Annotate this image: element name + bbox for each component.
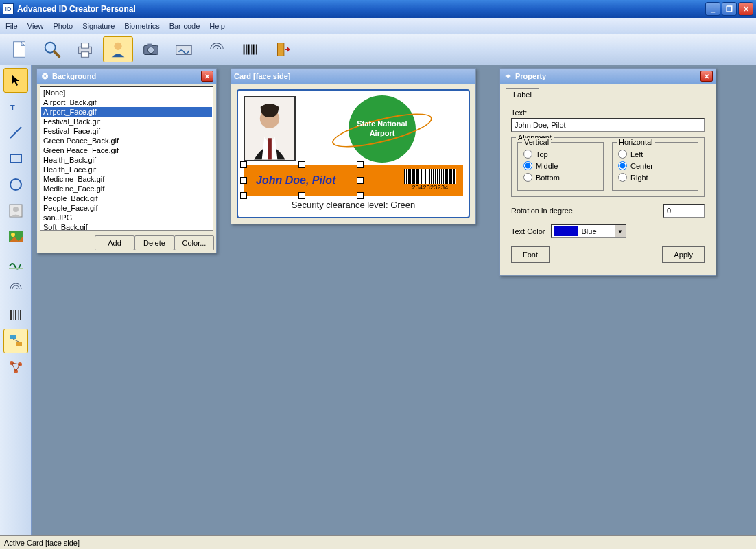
radio-left[interactable]: Left: [618, 150, 692, 159]
list-item[interactable]: Green Peace_Back.gif: [41, 136, 212, 145]
background-list[interactable]: [None]Airport_Back.gifAirport_Face.gifFe…: [40, 86, 213, 231]
svg-rect-43: [268, 138, 272, 159]
logo-text: State National Airport: [357, 119, 407, 137]
background-panel-header[interactable]: ❂ Background ✕: [37, 69, 216, 84]
barcode-icon[interactable]: [235, 36, 265, 62]
tab-label[interactable]: Label: [506, 88, 539, 101]
menu-bar: File View Photo Signature Biometrics Bar…: [0, 18, 756, 34]
selection-handle-icon[interactable]: [240, 192, 247, 199]
radio-right[interactable]: Right: [618, 173, 692, 182]
radio-top[interactable]: Top: [523, 150, 598, 159]
pointer-tool-icon[interactable]: [3, 68, 28, 93]
list-item[interactable]: Airport_Face.gif: [41, 107, 212, 117]
menu-help[interactable]: Help: [209, 22, 225, 30]
dropdown-arrow-icon[interactable]: ▼: [615, 225, 626, 237]
radio-bottom[interactable]: Bottom: [523, 173, 598, 182]
card-photo[interactable]: [244, 96, 296, 161]
card-logo[interactable]: State National Airport: [301, 96, 463, 161]
shapes-tool-icon[interactable]: [3, 329, 28, 353]
id-card[interactable]: State National Airport John Doe, Pilot: [237, 89, 470, 218]
background-panel-buttons: Add Delete Color...: [37, 233, 216, 253]
list-item[interactable]: Medicine_Back.gif: [41, 174, 212, 184]
camera-icon[interactable]: [136, 36, 166, 62]
list-item[interactable]: Festival_Back.gif: [41, 117, 212, 126]
list-item[interactable]: Green Peace_Face.gif: [41, 145, 212, 155]
selection-handle-icon[interactable]: [240, 161, 247, 168]
minimize-button[interactable]: _: [705, 2, 720, 16]
horizontal-group-label: Horizontal: [617, 138, 655, 146]
list-item[interactable]: Medicine_Face.gif: [41, 184, 212, 194]
scenery-tool-icon[interactable]: [3, 224, 28, 249]
list-item[interactable]: Soft_Back.gif: [41, 222, 212, 231]
svg-point-23: [13, 207, 19, 212]
rectangle-tool-icon[interactable]: [3, 146, 28, 171]
text-tool-icon[interactable]: T: [3, 94, 28, 119]
selection-handle-icon[interactable]: [298, 161, 305, 168]
list-item[interactable]: Health_Face.gif: [41, 165, 212, 174]
line-tool-icon[interactable]: [3, 120, 28, 145]
list-item[interactable]: [None]: [41, 88, 212, 97]
radio-center[interactable]: Center: [618, 161, 692, 170]
background-panel-close-icon[interactable]: ✕: [201, 71, 213, 82]
list-item[interactable]: Health_Back.gif: [41, 155, 212, 165]
property-panel-icon: ✦: [503, 71, 512, 81]
card-name-band[interactable]: John Doe, Pilot 2342323234: [244, 165, 463, 196]
text-field[interactable]: [511, 118, 705, 132]
barcode-tool-icon[interactable]: [3, 303, 28, 327]
molecule-tool-icon[interactable]: [3, 355, 28, 379]
list-item[interactable]: Festival_Face.gif: [41, 126, 212, 136]
textcolor-combo[interactable]: Blue ▼: [551, 224, 626, 238]
svg-rect-26: [9, 268, 23, 269]
fingerprint-icon[interactable]: [202, 36, 232, 62]
circle-tool-icon[interactable]: [3, 172, 28, 197]
new-doc-icon[interactable]: [4, 36, 34, 62]
main-toolbar: [0, 34, 756, 65]
security-line[interactable]: Security clearance level: Green: [244, 200, 463, 210]
window-title: Advanced ID Creator Personal: [17, 4, 705, 14]
card-barcode[interactable]: 2342323234: [404, 169, 456, 191]
selection-handle-icon[interactable]: [298, 192, 305, 199]
selection-handle-icon[interactable]: [357, 161, 364, 168]
radio-middle[interactable]: Middle: [523, 161, 598, 170]
property-panel-body: Label Text: Alignment Vertical Top Middl…: [500, 84, 716, 275]
magnifier-icon[interactable]: [37, 36, 67, 62]
list-item[interactable]: People_Back.gif: [41, 194, 212, 203]
app-icon: ID: [3, 3, 14, 14]
add-button[interactable]: Add: [95, 235, 134, 250]
selection-handle-icon[interactable]: [240, 177, 247, 184]
property-panel: ✦ Property ✕ Label Text: Alignment Verti…: [499, 68, 716, 276]
card-name-text[interactable]: John Doe, Pilot: [256, 174, 335, 187]
property-button-row: Font Apply: [511, 246, 705, 263]
list-item[interactable]: People_Face.gif: [41, 203, 212, 213]
fingerprint-tool-icon[interactable]: [3, 277, 28, 301]
printer-icon[interactable]: [70, 36, 100, 62]
color-button[interactable]: Color...: [174, 235, 214, 250]
font-button[interactable]: Font: [511, 246, 550, 263]
menu-photo[interactable]: Photo: [53, 22, 73, 30]
property-panel-header[interactable]: ✦ Property ✕: [500, 69, 716, 84]
close-button[interactable]: ✕: [738, 2, 753, 16]
exit-icon[interactable]: [268, 36, 298, 62]
svg-rect-5: [81, 52, 88, 58]
menu-barcode[interactable]: Bar-code: [169, 22, 200, 30]
signature-pad-icon[interactable]: [169, 36, 199, 62]
rotation-input[interactable]: [663, 204, 705, 218]
menu-view[interactable]: View: [27, 22, 44, 30]
menu-signature[interactable]: Signature: [82, 22, 115, 30]
signature-tool-icon[interactable]: [3, 250, 28, 275]
list-item[interactable]: san.JPG: [41, 213, 212, 222]
card-canvas-wrap: State National Airport John Doe, Pilot: [231, 84, 475, 224]
menu-biometrics[interactable]: Biometrics: [124, 22, 159, 30]
avatar-icon[interactable]: [103, 36, 133, 62]
selection-handle-icon[interactable]: [357, 192, 364, 199]
selection-handle-icon[interactable]: [357, 177, 364, 184]
horizontal-group: Horizontal Left Center Right: [612, 142, 698, 191]
apply-button[interactable]: Apply: [662, 246, 705, 263]
portrait-tool-icon[interactable]: [3, 198, 28, 223]
list-item[interactable]: Airport_Back.gif: [41, 97, 212, 107]
card-panel-header[interactable]: Card [face side]: [231, 69, 475, 84]
menu-file[interactable]: File: [5, 22, 18, 30]
maximize-button[interactable]: ❐: [722, 2, 737, 16]
property-panel-close-icon[interactable]: ✕: [700, 71, 713, 82]
delete-button[interactable]: Delete: [134, 235, 174, 250]
